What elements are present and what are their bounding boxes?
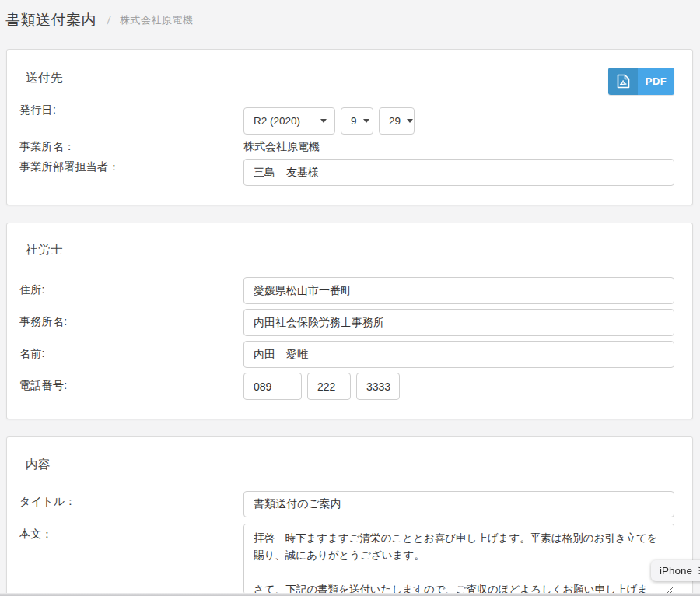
breadcrumb-entity: 株式会社原電機 — [120, 13, 194, 27]
pdf-button-label: PDF — [638, 68, 674, 95]
doc-title-label: タイトル： — [19, 495, 76, 509]
file-pdf-icon — [608, 68, 638, 95]
phone-line-input[interactable] — [356, 373, 400, 400]
body-label: 本文： — [19, 528, 53, 542]
issue-date-year-value: R2 (2020) — [254, 115, 300, 127]
chevron-down-icon — [363, 119, 369, 123]
recipient-card-title: 送付先 — [26, 70, 63, 86]
iphone-chip-label: iPhone ミ — [660, 564, 700, 578]
address-label: 住所: — [19, 283, 45, 297]
consultant-name-label: 名前: — [19, 347, 45, 361]
consultant-name-input[interactable] — [243, 341, 674, 368]
recipient-card: 送付先 PDF 発行日: R2 (2020) 9 29 事業所名： 株式会社原電… — [6, 49, 693, 205]
issue-date-month-value: 9 — [351, 115, 357, 127]
consultant-office-label: 事務所名: — [19, 315, 67, 329]
consultant-office-input[interactable] — [243, 309, 674, 336]
labor-card-title: 社労士 — [26, 242, 63, 258]
issue-date-day-select[interactable]: 29 — [379, 107, 415, 135]
pdf-export-button[interactable]: PDF — [608, 68, 674, 95]
contact-person-label: 事業所部署担当者： — [19, 160, 120, 174]
phone-area-input[interactable] — [243, 373, 302, 400]
breadcrumb-separator: / — [107, 14, 111, 26]
issue-date-row: R2 (2020) 9 29 — [243, 107, 415, 135]
address-input[interactable] — [243, 277, 674, 304]
office-name-value: 株式会社原電機 — [243, 140, 320, 154]
phone-prefix-input[interactable] — [307, 373, 351, 400]
chevron-down-icon — [320, 119, 327, 123]
content-card-title: 内容 — [26, 457, 51, 473]
page-title: 書類送付案内 — [5, 10, 96, 30]
body-textarea[interactable]: 拝啓 時下ますますご清栄のこととお喜び申し上げます。平素は格別のお引き立てを賜り… — [243, 524, 674, 594]
contact-person-input[interactable] — [243, 159, 674, 186]
chevron-down-icon — [407, 119, 413, 123]
content-card: 内容 タイトル： 本文： 拝啓 時下ますますご清栄のこととお喜び申し上げます。平… — [6, 436, 693, 596]
viewport-bottom-edge — [0, 593, 700, 596]
issue-date-month-select[interactable]: 9 — [341, 107, 373, 135]
breadcrumb: 書類送付案内 / 株式会社原電機 — [5, 10, 193, 30]
office-name-label: 事業所名： — [19, 140, 75, 154]
doc-title-input[interactable] — [243, 491, 674, 517]
issue-date-label: 発行日: — [19, 103, 56, 117]
phone-row — [243, 373, 400, 400]
issue-date-day-value: 29 — [389, 115, 401, 127]
phone-label: 電話番号: — [19, 379, 67, 393]
labor-consultant-card: 社労士 住所: 事務所名: 名前: 電話番号: — [6, 223, 693, 419]
issue-date-year-select[interactable]: R2 (2020) — [243, 107, 335, 135]
iphone-mirroring-chip[interactable]: iPhone ミ — [651, 560, 700, 581]
